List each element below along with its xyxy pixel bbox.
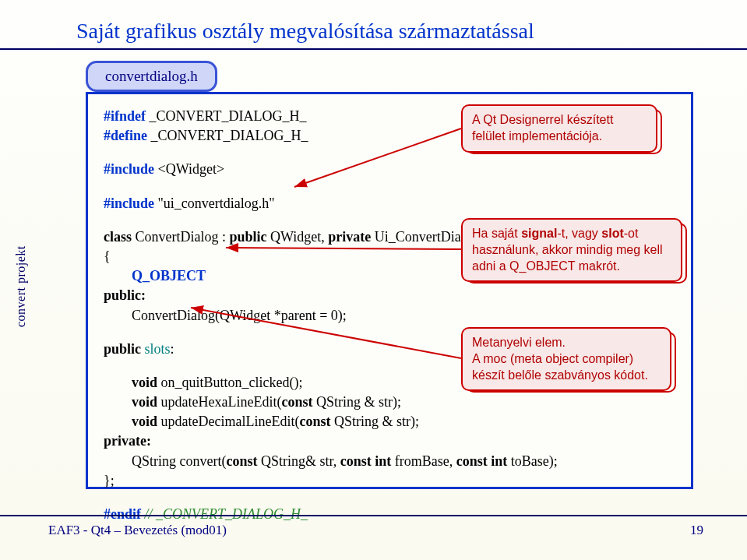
slide-title: Saját grafikus osztály megvalósítása szá… — [76, 19, 534, 44]
sidebar-project-label: convert projekt — [14, 245, 28, 327]
title-separator — [0, 48, 747, 50]
footer-separator — [0, 515, 747, 516]
callout-designer-impl: A Qt Designerrel készített felület imple… — [461, 104, 657, 153]
page-number: 19 — [690, 523, 703, 538]
file-name-tab: convertdialog.h — [86, 61, 217, 92]
footer-left-text: EAF3 - Qt4 – Bevezetés (mod01) — [48, 523, 227, 538]
callout-qobject-macro: Ha saját signal-t, vagy slot-ot használu… — [461, 218, 682, 282]
callout-moc: Metanyelvi elem. A moc (meta object comp… — [461, 327, 671, 391]
